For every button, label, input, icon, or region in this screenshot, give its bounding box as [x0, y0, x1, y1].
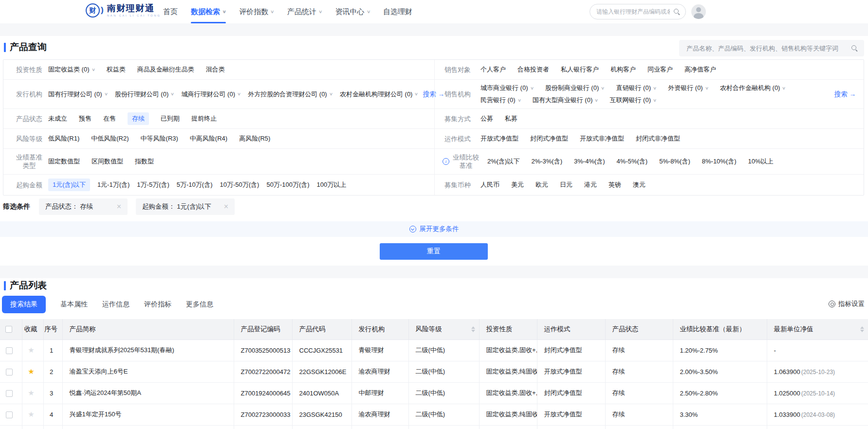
- filter-option[interactable]: 外资银行 (0)∨: [668, 84, 708, 92]
- filter-option[interactable]: 预售: [79, 114, 92, 123]
- row-checkbox[interactable]: [6, 411, 13, 418]
- filter-option[interactable]: 城商行理财公司 (0)∨: [181, 90, 240, 99]
- product-name[interactable]: 青银理财成就系列2025年531期(春融): [62, 340, 234, 361]
- filter-option[interactable]: 股份制商业银行 (0)∨: [545, 84, 605, 92]
- filter-option[interactable]: 欧元: [536, 180, 548, 189]
- filter-option[interactable]: 100万以上: [317, 180, 347, 189]
- filter-option[interactable]: 公募: [480, 114, 493, 123]
- filter-option[interactable]: 指数型: [135, 157, 154, 166]
- filter-option[interactable]: 人民币: [480, 180, 499, 189]
- filter-option[interactable]: 个人客户: [480, 65, 506, 74]
- filter-option[interactable]: 混合类: [206, 65, 225, 74]
- global-search-input[interactable]: [595, 8, 671, 16]
- filter-option[interactable]: 中低风险(R2): [91, 134, 129, 143]
- row-checkbox[interactable]: [6, 369, 13, 375]
- filter-option[interactable]: 区间数值型: [92, 157, 123, 166]
- filter-option[interactable]: 50万-100万(含): [266, 180, 309, 189]
- keyword-search-input[interactable]: [685, 44, 847, 53]
- filter-option[interactable]: 直销银行 (0)∨: [616, 84, 656, 92]
- favorite-star-icon[interactable]: ★: [28, 346, 34, 354]
- filter-option[interactable]: 固定数值型: [48, 157, 80, 166]
- nav-item-3[interactable]: 评价指数∨: [239, 0, 274, 23]
- tab-2[interactable]: 基本属性: [60, 300, 88, 309]
- filter-option[interactable]: 高风险(R5): [239, 134, 270, 143]
- filter-option[interactable]: 美元: [511, 180, 524, 189]
- sort-icon[interactable]: [471, 326, 475, 332]
- filter-option[interactable]: 权益类: [107, 65, 126, 74]
- tab-4[interactable]: 评价指标: [144, 300, 171, 309]
- filter-option[interactable]: 已到期: [161, 114, 180, 123]
- filter-option[interactable]: 封闭式非净值型: [636, 134, 680, 143]
- sale-org-search-link[interactable]: 搜索 →: [830, 90, 856, 99]
- filter-option[interactable]: 国有行理财公司 (0)∨: [48, 90, 108, 99]
- tab-1[interactable]: 搜索结果: [2, 296, 46, 313]
- favorite-star-icon[interactable]: ★: [28, 367, 34, 375]
- filter-option[interactable]: 10万-50万(含): [220, 180, 259, 189]
- reset-button[interactable]: 重置: [380, 243, 488, 260]
- filter-option[interactable]: 5%-8%(含): [659, 157, 690, 166]
- search-icon[interactable]: [673, 8, 680, 15]
- filter-option[interactable]: 固定收益类 (0)∨: [48, 65, 95, 74]
- filter-option[interactable]: 2%(含)以下: [487, 157, 519, 166]
- nav-item-1[interactable]: 首页: [163, 0, 178, 23]
- row-checkbox[interactable]: [6, 347, 13, 354]
- avatar[interactable]: [691, 4, 706, 19]
- filter-option[interactable]: 同业客户: [647, 65, 673, 74]
- filter-option[interactable]: 在售: [103, 114, 116, 123]
- column-header[interactable]: 风险等级: [408, 319, 479, 340]
- filter-option[interactable]: 5万-10万(含): [177, 180, 213, 189]
- filter-option[interactable]: 澳元: [633, 180, 646, 189]
- filter-option[interactable]: 农村金融机构理财公司 (0)∨: [340, 90, 418, 99]
- logo[interactable]: 财 ) 南财理财通 NAN CAI LI CAI TONG: [86, 3, 161, 18]
- nav-item-4[interactable]: 产品统计∨: [287, 0, 322, 23]
- search-icon[interactable]: [851, 45, 858, 52]
- product-name[interactable]: 悦鑫·鸿运2024年第50期A: [62, 382, 234, 404]
- filter-option[interactable]: 开放式非净值型: [580, 134, 624, 143]
- indicator-settings-button[interactable]: 指标设置: [829, 300, 865, 308]
- filter-option[interactable]: 农村合作金融机构 (0)∨: [720, 84, 786, 92]
- nav-item-2[interactable]: 数据检索∨: [191, 0, 226, 23]
- filter-option[interactable]: 1元(含)以下: [48, 179, 90, 191]
- sort-icon[interactable]: [860, 326, 864, 332]
- filter-option[interactable]: 高净值客户: [684, 65, 716, 74]
- row-checkbox[interactable]: [6, 390, 13, 397]
- filter-option[interactable]: 10%以上: [748, 157, 774, 166]
- expand-more-button[interactable]: 展开更多条件: [0, 221, 868, 237]
- filter-option[interactable]: 国有大型商业银行 (0)∨: [533, 96, 598, 105]
- filter-tag[interactable]: 产品状态： 存续×: [39, 198, 128, 215]
- filter-option[interactable]: 4%-5%(含): [617, 157, 648, 166]
- filter-option[interactable]: 封闭式净值型: [530, 134, 568, 143]
- filter-option[interactable]: 2%-3%(含): [531, 157, 562, 166]
- filter-option[interactable]: 合格投资者: [517, 65, 549, 74]
- filter-option[interactable]: 未成立: [48, 114, 67, 123]
- filter-option[interactable]: 存续: [128, 112, 149, 125]
- close-icon[interactable]: ×: [117, 203, 121, 211]
- filter-option[interactable]: 中高风险(R4): [190, 134, 227, 143]
- filter-option[interactable]: 互联网银行 (0)∨: [609, 96, 656, 105]
- filter-option[interactable]: 开放式净值型: [480, 134, 518, 143]
- info-icon[interactable]: i: [443, 158, 449, 165]
- filter-option[interactable]: 8%-10%(含): [702, 157, 737, 166]
- filter-option[interactable]: 私人银行客户: [561, 65, 599, 74]
- tab-5[interactable]: 更多信息: [186, 300, 213, 309]
- favorite-star-icon[interactable]: ★: [28, 410, 34, 418]
- filter-option[interactable]: 1万-5万(含): [137, 180, 169, 189]
- filter-option[interactable]: 外方控股的合资理财公司 (0)∨: [248, 90, 332, 99]
- filter-option[interactable]: 港元: [584, 180, 597, 189]
- tab-3[interactable]: 运作信息: [102, 300, 129, 309]
- favorite-star-icon[interactable]: ★: [28, 389, 34, 397]
- filter-tag[interactable]: 起购金额： 1元(含)以下×: [136, 198, 235, 215]
- filter-option[interactable]: 民营银行 (0)∨: [480, 96, 521, 105]
- nav-item-5[interactable]: 资讯中心∨: [335, 0, 370, 23]
- filter-option[interactable]: 机构客户: [610, 65, 636, 74]
- filter-option[interactable]: 私募: [505, 114, 517, 123]
- filter-option[interactable]: 商品及金融衍生品类: [137, 65, 194, 74]
- product-name[interactable]: 渝盈宝天添向上6号E: [62, 361, 234, 382]
- filter-option[interactable]: 3%-4%(含): [574, 157, 605, 166]
- filter-option[interactable]: 低风险(R1): [48, 134, 79, 143]
- filter-option[interactable]: 英镑: [609, 180, 621, 189]
- product-name[interactable]: 兴盛1年定开150号: [62, 404, 234, 425]
- filter-option[interactable]: 中等风险(R3): [141, 134, 178, 143]
- select-all-checkbox[interactable]: [5, 326, 12, 333]
- filter-option[interactable]: 日元: [560, 180, 573, 189]
